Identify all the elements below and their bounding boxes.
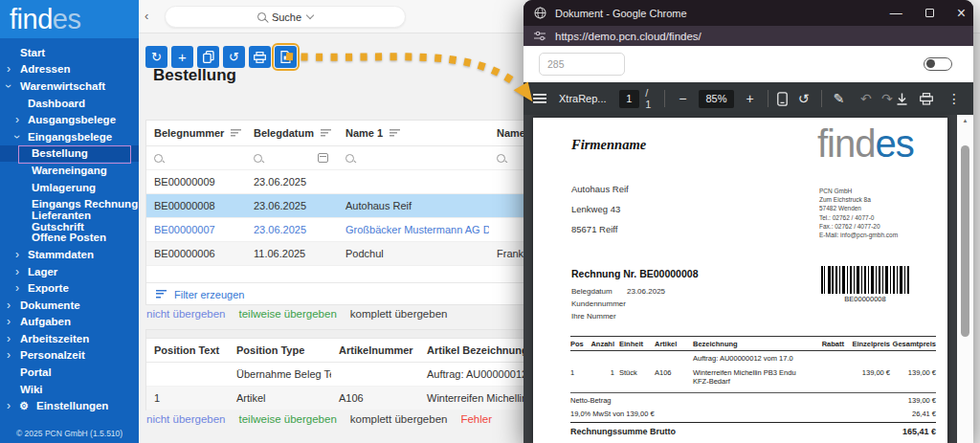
zoom-level[interactable]: 85% <box>699 90 733 108</box>
print-button[interactable] <box>249 46 271 68</box>
sidebar-item-offene-posten[interactable]: Offene Posten <box>0 230 139 247</box>
chevron-right-icon: › <box>7 334 11 343</box>
sidebar-item-arbeitszeiten[interactable]: ›Arbeitszeiten <box>0 330 139 347</box>
barcode-bars <box>821 266 909 294</box>
column-header-belegnummer[interactable]: Belegnummer <box>146 127 246 139</box>
attention-arrow <box>280 44 558 111</box>
column-header-name1[interactable]: Name 1 <box>338 127 489 139</box>
filter-belegnummer-input[interactable] <box>146 154 246 163</box>
toggle-knob <box>926 59 935 68</box>
column-header-position-type[interactable]: Position Type <box>229 344 331 356</box>
legend-komplett-uebergeben: komplett übergeben <box>350 308 448 320</box>
version-footer: © 2025 PCN GmbH (1.5.510) <box>16 429 122 438</box>
app-logo-text: findes <box>10 4 80 35</box>
filter-belegdatum-input[interactable] <box>246 153 338 163</box>
sidebar-item-exporte[interactable]: ›Exporte <box>0 279 139 297</box>
pdf-scrollbar[interactable]: ▲ <box>957 115 973 443</box>
site-settings-icon <box>534 31 546 41</box>
invoice-title: Rechnung Nr. BE00000008 <box>571 268 698 279</box>
column-header-position-text[interactable]: Position Text <box>146 344 229 356</box>
zoom-out-button[interactable]: − <box>674 91 691 106</box>
sidebar-item-start[interactable]: Start <box>0 44 139 61</box>
app-logo[interactable]: findes <box>0 0 139 38</box>
legend-teilweise-uebergeben: teilweise übergeben <box>238 413 336 425</box>
sidebar-item-wiki[interactable]: Wiki <box>0 381 139 398</box>
more-options-button[interactable]: ⋮ <box>945 91 964 106</box>
global-search-input[interactable]: Suche <box>165 6 406 28</box>
sidebar-item-dashboard[interactable]: Dashboard <box>0 95 139 112</box>
window-controls: — × <box>890 0 966 26</box>
refresh-button[interactable]: ↻ <box>145 46 167 68</box>
sidebar-item-lager[interactable]: ›Lager <box>0 263 139 280</box>
filter-name1-input[interactable] <box>338 154 489 163</box>
collapse-sidebar-button[interactable]: ‹ <box>145 9 148 23</box>
legend-komplett-uebergeben: komplett übergeben <box>350 413 448 425</box>
url-bar[interactable]: https://demo.pcn.cloud/findes/ <box>523 26 973 46</box>
column-filter-icon[interactable] <box>231 129 241 138</box>
scrollbar-thumb[interactable] <box>961 145 969 337</box>
separator <box>664 90 665 107</box>
add-button[interactable]: + <box>171 46 193 68</box>
column-filter-icon[interactable] <box>321 129 331 138</box>
sidebar-item-portal[interactable]: Portal <box>0 364 139 381</box>
history-button[interactable]: ↺ <box>223 46 245 68</box>
copy-button[interactable] <box>197 46 219 68</box>
invoice-netto-row: Netto-Betrag139,00 € <box>570 393 936 407</box>
globe-icon <box>534 7 546 19</box>
pdf-page-input[interactable]: 1 <box>619 90 640 108</box>
separator <box>821 90 822 107</box>
printer-icon <box>920 93 933 105</box>
gear-icon: ⚙ <box>19 400 29 412</box>
fit-page-button[interactable] <box>777 92 788 106</box>
chrome-popup-window: Dokument - Google Chrome — × https://dem… <box>523 0 973 443</box>
sidebar-item-bestellung[interactable]: Bestellung <box>0 145 139 163</box>
page-top-strip <box>523 46 973 82</box>
chevron-down-icon: › <box>4 84 13 88</box>
sidebar-item-dokumente[interactable]: ›Dokumente <box>0 297 139 314</box>
chevron-right-icon: › <box>7 317 11 326</box>
maximize-button[interactable] <box>925 9 934 17</box>
sidebar-item-wareneingang[interactable]: Wareneingang <box>0 162 139 179</box>
pdf-viewer-toolbar: XtraRep... 1 / 1 − 85% + ↺ ✎ ↶ ↷ ⋮ <box>523 82 973 115</box>
sidebar-item-einstellungen[interactable]: ›⚙Einstellungen <box>0 397 139 414</box>
window-titlebar[interactable]: Dokument - Google Chrome — × <box>523 0 973 26</box>
toggle-switch[interactable] <box>924 57 952 71</box>
pdf-toolbar-right: ⋮ <box>896 91 964 106</box>
invoice-line-items-table: Pos Anzahl Einheit Artikel Bezeichnung R… <box>570 336 936 439</box>
sidebar-item-umlagerung[interactable]: Umlagerung <box>0 179 139 196</box>
redo-button[interactable]: ↷ <box>879 91 896 106</box>
calendar-icon[interactable] <box>318 153 328 163</box>
scroll-up-button[interactable]: ▲ <box>957 118 973 123</box>
legend-teilweise-uebergeben: teilweise übergeben <box>238 308 336 320</box>
close-button[interactable]: × <box>957 8 966 19</box>
sidebar-item-aufgaben[interactable]: ›Aufgaben <box>0 314 139 331</box>
window-title: Dokument - Google Chrome <box>555 8 687 19</box>
rotate-button[interactable]: ↺ <box>795 91 813 106</box>
minimize-button[interactable]: — <box>890 8 902 19</box>
sidebar-item-personalzeit[interactable]: ›Personalzeit <box>0 347 139 365</box>
sidebar-item-lieferanten-gutschrift[interactable]: Lieferanten Gutschrift <box>0 212 139 230</box>
sidebar-item-warenwirtschaft[interactable]: ›Warenwirtschaft <box>0 78 139 95</box>
separator <box>768 90 768 107</box>
invoice-meta: Belegdatum23.06.2025 Kundennummer Ihre N… <box>571 285 665 322</box>
column-filter-icon[interactable] <box>390 129 400 138</box>
pdf-print-button[interactable] <box>920 93 933 105</box>
legend-nicht-uebergeben: nicht übergeben <box>146 413 225 425</box>
search-icon <box>254 154 262 163</box>
download-button[interactable] <box>896 93 908 105</box>
legend-nicht-uebergeben: nicht übergeben <box>146 308 225 320</box>
search-icon <box>154 154 163 163</box>
sidebar-item-stammdaten[interactable]: ›Stammdaten <box>0 246 139 263</box>
sidebar-item-adressen[interactable]: ›Adressen <box>0 61 139 78</box>
sidebar-item-ausgangsbelege[interactable]: ›Ausgangsbelege <box>0 111 139 128</box>
zoom-in-button[interactable]: + <box>742 91 759 106</box>
barcode: BE00000008 <box>819 266 911 303</box>
invoice-note-row: Auftrag: AU00000012 vom 17.0 <box>570 351 936 365</box>
chevron-right-icon: › <box>7 300 11 310</box>
invoice-brutto-row: Rechnungssumme Brutto165,41 € <box>570 422 936 439</box>
undo-button[interactable]: ↶ <box>858 91 875 106</box>
column-header-belegdatum[interactable]: Belegdatum <box>246 127 338 139</box>
sidebar-item-eingangsbelege[interactable]: ›Eingangsbelege <box>0 128 139 145</box>
column-header-artikelnummer[interactable]: Artikelnummer <box>331 344 419 356</box>
annotate-button[interactable]: ✎ <box>831 91 848 106</box>
